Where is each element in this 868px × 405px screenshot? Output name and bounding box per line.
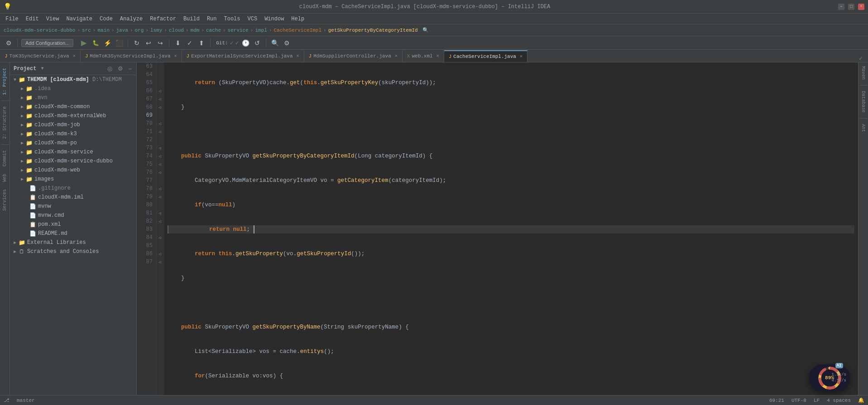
tree-item-mvn[interactable]: ▶ 📁 .mvn bbox=[10, 93, 136, 102]
statusbar-line-col[interactable]: 69:21 bbox=[769, 398, 784, 403]
tree-item-mvnw[interactable]: 📄 mvnw bbox=[10, 202, 136, 211]
services-panel-label[interactable]: Services bbox=[1, 186, 8, 214]
tree-item-job[interactable]: ▶ 📁 cloudX-mdm-job bbox=[10, 120, 136, 129]
tree-item-po[interactable]: ▶ 📁 cloudX-mdm-po bbox=[10, 138, 136, 148]
tree-item-scratches[interactable]: ▶ 🗒 Scratches and Consoles bbox=[10, 247, 136, 256]
menu-analyze[interactable]: Analyze bbox=[116, 15, 146, 23]
tab-webxml[interactable]: X web.xml × bbox=[403, 50, 444, 62]
tree-item-images[interactable]: ▶ 📁 images bbox=[10, 175, 136, 184]
redo-button[interactable]: ↪ bbox=[155, 38, 165, 48]
breadcrumb-service[interactable]: service bbox=[228, 28, 249, 33]
menu-code[interactable]: Code bbox=[96, 15, 116, 23]
toolbar-project-structure[interactable]: ⚙ bbox=[4, 38, 14, 48]
sidebar-dropdown-icon[interactable]: ▼ bbox=[41, 66, 43, 71]
minimize-button[interactable]: – bbox=[838, 4, 844, 10]
web-panel-label[interactable]: Web bbox=[1, 170, 8, 186]
git-history-button[interactable]: 🕐 bbox=[240, 38, 250, 48]
tab-close-button[interactable]: × bbox=[73, 54, 76, 59]
breadcrumb-main[interactable]: main bbox=[97, 28, 109, 33]
breadcrumb-lsmy[interactable]: lsmy bbox=[150, 28, 162, 33]
breadcrumb-search-icon[interactable]: 🔍 bbox=[422, 27, 429, 33]
tree-item-pomxml[interactable]: 📋 pom.xml bbox=[10, 220, 136, 229]
tree-root[interactable]: ▼ 📁 THEMDM [cloudX-mdm] D:\THEMDM bbox=[10, 75, 136, 84]
undo-button[interactable]: ↩ bbox=[144, 38, 153, 48]
search-everywhere-button[interactable]: 🔍 bbox=[270, 38, 280, 48]
breadcrumb-org[interactable]: org bbox=[135, 28, 144, 33]
breadcrumb-impl[interactable]: impl bbox=[255, 28, 267, 33]
tree-item-external-libs[interactable]: ▶ 📁 External Libraries bbox=[10, 238, 136, 247]
statusbar-indent[interactable]: 4 spaces bbox=[827, 398, 851, 403]
code-content[interactable]: return (SkuPropertyVO)cache.get(this.get… bbox=[164, 62, 858, 405]
menu-window[interactable]: Window bbox=[261, 15, 288, 23]
statusbar-line-sep[interactable]: LF bbox=[814, 398, 820, 403]
vcs-push-button[interactable]: ⬆ bbox=[197, 38, 206, 48]
tab-cacheserviceimpl[interactable]: J CacheServiceImpl.java × bbox=[444, 50, 528, 62]
breadcrumb-src[interactable]: src bbox=[82, 28, 91, 33]
add-configuration-button[interactable]: Add Configuration... bbox=[21, 39, 73, 47]
tree-item-externalweb[interactable]: ▶ 📁 cloudX-mdm-externalWeb bbox=[10, 111, 136, 120]
run-button[interactable]: ▶ bbox=[79, 38, 89, 48]
tree-item-service[interactable]: ▶ 📁 cloudX-mdm-service bbox=[10, 148, 136, 157]
tab-exportmaterialsyncserviceimpl[interactable]: J ExportMaterialSyncServiceImpl.java × bbox=[182, 50, 304, 62]
tab-close-button[interactable]: × bbox=[395, 54, 398, 59]
sidebar-settings-button[interactable]: ⚙ bbox=[117, 64, 124, 73]
tree-item-service-dubbo[interactable]: ▶ 📁 cloudX-mdm-service-dubbo bbox=[10, 157, 136, 166]
tab-mdmtok3syncserviceimpl[interactable]: J MdmToK3SyncServiceImpl.java × bbox=[81, 50, 182, 62]
tab-tok3syncservice[interactable]: J ToK3SyncService.java × bbox=[0, 50, 81, 62]
maven-panel-label[interactable]: Maven bbox=[860, 64, 867, 81]
tree-item-k3[interactable]: ▶ 📁 cloudX-mdm-k3 bbox=[10, 129, 136, 138]
structure-panel-label[interactable]: 2: Structure bbox=[1, 103, 8, 143]
tree-item-readme[interactable]: 📄 README.md bbox=[10, 229, 136, 238]
breadcrumb-java[interactable]: java bbox=[116, 28, 128, 33]
run-with-coverage-button[interactable]: ⚡ bbox=[102, 38, 112, 48]
tab-close-button[interactable]: × bbox=[174, 54, 177, 59]
tab-close-button[interactable]: × bbox=[297, 54, 299, 59]
tree-item-web[interactable]: ▶ 📁 cloudX-mdm-web bbox=[10, 166, 136, 175]
editor-area[interactable]: 63 64 65 66 67 68 69 70 71 72 73 74 75 7… bbox=[137, 62, 858, 405]
menu-help[interactable]: Help bbox=[288, 15, 308, 23]
stop-button[interactable]: ⬛ bbox=[114, 38, 124, 48]
menu-tools[interactable]: Tools bbox=[221, 15, 244, 23]
tab-close-button[interactable]: × bbox=[436, 54, 439, 59]
breadcrumb-method[interactable]: getSkuPropertyByCategoryItemId bbox=[328, 28, 418, 33]
maximize-button[interactable]: □ bbox=[848, 4, 854, 10]
breadcrumb-class[interactable]: CacheServiceImpl bbox=[273, 28, 321, 33]
vcs-commit-button[interactable]: ✓ bbox=[185, 38, 195, 48]
tab-mdmsuppliercontroller[interactable]: J MdmSupplierController.java × bbox=[304, 50, 403, 62]
tree-item-idea[interactable]: ▶ 📁 .idea bbox=[10, 84, 136, 93]
breadcrumb-cache[interactable]: cache bbox=[206, 28, 221, 33]
menu-refactor[interactable]: Refactor bbox=[146, 15, 180, 23]
tab-close-button[interactable]: × bbox=[520, 54, 523, 59]
sidebar-locate-button[interactable]: ◎ bbox=[106, 64, 113, 73]
debug-button[interactable]: 🐛 bbox=[91, 38, 101, 48]
vcs-update-button[interactable]: ⬇ bbox=[173, 38, 183, 48]
menu-build[interactable]: Build bbox=[180, 15, 203, 23]
menu-file[interactable]: File bbox=[2, 15, 22, 23]
tree-item-common[interactable]: ▶ 📁 cloudX-mdm-common bbox=[10, 102, 136, 111]
tree-item-mvnwcmd[interactable]: 📄 mvnw.cmd bbox=[10, 211, 136, 220]
breadcrumb-mdm[interactable]: mdm bbox=[191, 28, 200, 33]
menu-navigate[interactable]: Navigate bbox=[62, 15, 96, 23]
ai-widget[interactable]: 89% AI 1.3k/s 4.1k/s bbox=[809, 364, 850, 391]
ant-panel-label[interactable]: Ant bbox=[860, 122, 867, 134]
statusbar-notifications[interactable]: 🔔 bbox=[858, 397, 864, 403]
breadcrumb-cloud[interactable]: cloud bbox=[169, 28, 184, 33]
menu-view[interactable]: View bbox=[43, 15, 63, 23]
project-panel-label[interactable]: 1: Project bbox=[1, 64, 8, 99]
sync-button[interactable]: ↻ bbox=[132, 38, 142, 48]
tree-item-iml[interactable]: 📋 cloudX-mdm.iml bbox=[10, 193, 136, 202]
menu-edit[interactable]: Edit bbox=[22, 15, 43, 23]
breadcrumb-module[interactable]: cloudX-mdm-service-dubbo bbox=[4, 28, 75, 33]
menu-run[interactable]: Run bbox=[203, 15, 221, 23]
statusbar-encoding[interactable]: UTF-8 bbox=[791, 398, 806, 403]
database-panel-label[interactable]: Database bbox=[860, 89, 867, 114]
statusbar-git[interactable]: master bbox=[17, 398, 35, 403]
commit-panel-label[interactable]: Commit bbox=[1, 147, 8, 170]
git-rollback-button[interactable]: ↺ bbox=[252, 38, 262, 48]
settings-button[interactable]: ⚙ bbox=[282, 38, 292, 48]
close-button[interactable]: × bbox=[858, 4, 864, 10]
tree-item-gitignore[interactable]: 📄 .gitignore bbox=[10, 184, 136, 193]
sidebar-collapse-button[interactable]: – bbox=[128, 64, 133, 73]
code-container[interactable]: 63 64 65 66 67 68 69 70 71 72 73 74 75 7… bbox=[137, 62, 858, 405]
menu-vcs[interactable]: VCS bbox=[244, 15, 261, 23]
